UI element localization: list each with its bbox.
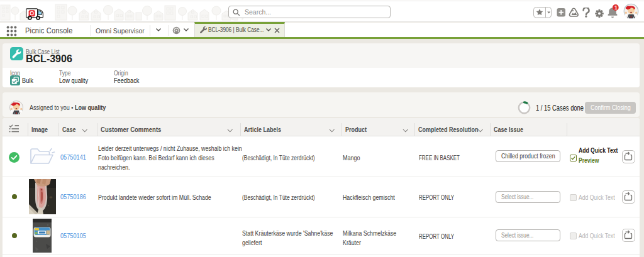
svg-text:1: 1 <box>614 4 618 11</box>
